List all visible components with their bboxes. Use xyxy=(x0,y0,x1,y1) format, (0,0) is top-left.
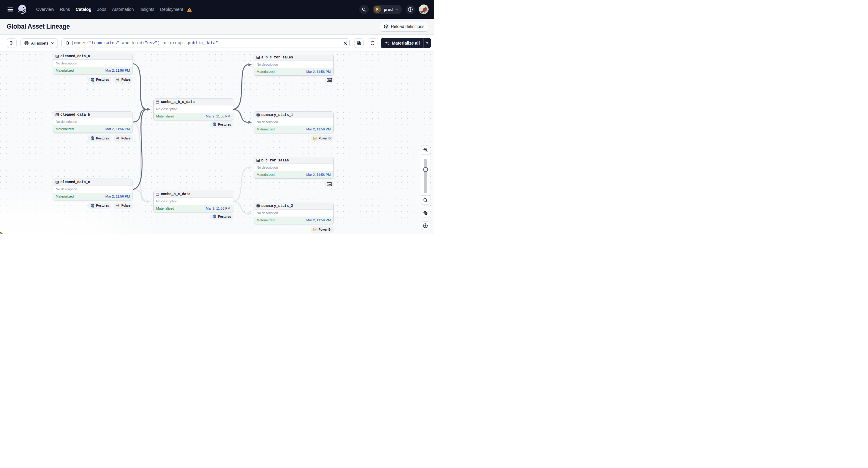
svg-text:csv: csv xyxy=(328,183,331,185)
svg-text:csv: csv xyxy=(328,79,331,81)
